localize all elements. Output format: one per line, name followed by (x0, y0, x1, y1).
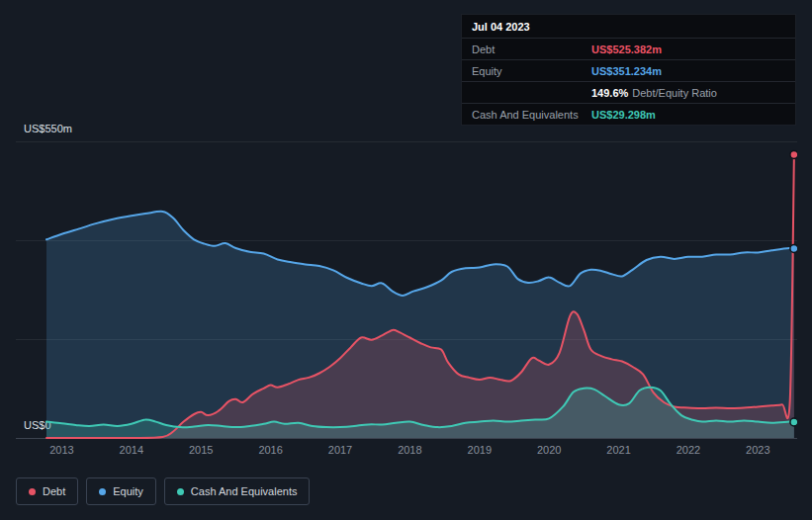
tooltip-ratio-value: 149.6%Debt/Equity Ratio (591, 87, 717, 99)
tooltip-equity-value: US$351.234m (591, 65, 662, 77)
cash-dot-icon (177, 488, 184, 495)
x-tick-label-2023: 2023 (746, 444, 769, 456)
x-tick-label-2020: 2020 (537, 444, 561, 456)
tooltip-equity-label: Equity (472, 65, 591, 77)
tooltip-cash-value: US$29.298m (591, 109, 656, 121)
tooltip-equity-row: Equity US$351.234m (462, 59, 795, 81)
tooltip-debt-value: US$525.382m (591, 43, 662, 55)
x-tick-label-2016: 2016 (258, 444, 282, 456)
legend-label-cash: Cash And Equivalents (191, 485, 298, 497)
x-tick-label-2013: 2013 (49, 444, 73, 456)
tooltip-debt-label: Debt (472, 43, 591, 55)
x-tick-label-2019: 2019 (468, 444, 492, 456)
y-axis-label-max: US$550m (24, 123, 72, 134)
cash-and-equivalents-endpoint-dot[interactable] (790, 418, 797, 426)
tooltip-debt-row: Debt US$525.382m (462, 38, 795, 59)
tooltip-ratio-row: 149.6%Debt/Equity Ratio (462, 81, 795, 103)
legend-item-equity[interactable]: Equity (86, 477, 156, 505)
legend-label-debt: Debt (43, 485, 65, 497)
equity-dot-icon (99, 488, 106, 495)
debt-dot-icon (29, 488, 36, 495)
chart-legend: Debt Equity Cash And Equivalents (16, 477, 310, 505)
legend-item-debt[interactable]: Debt (16, 477, 78, 505)
tooltip-cash-row: Cash And Equivalents US$29.298m (462, 103, 795, 125)
x-tick-label-2015: 2015 (189, 444, 213, 456)
x-tick-label-2014: 2014 (120, 444, 143, 456)
tooltip-date-text: Jul 04 2023 (472, 21, 530, 33)
x-tick-label-2022: 2022 (677, 444, 700, 456)
x-tick-label-2021: 2021 (606, 444, 630, 456)
x-tick-label-2017: 2017 (328, 444, 352, 456)
tooltip-cash-label: Cash And Equivalents (472, 109, 591, 121)
ratio-label: Debt/Equity Ratio (632, 87, 717, 99)
chart-tooltip: Jul 04 2023 Debt US$525.382m Equity US$3… (461, 14, 796, 126)
x-axis: 2013201420152016201720182019202020212022… (0, 444, 812, 460)
debt-equity-area-chart[interactable] (16, 141, 797, 446)
legend-item-cash[interactable]: Cash And Equivalents (164, 477, 311, 505)
equity-endpoint-dot[interactable] (790, 244, 797, 252)
tooltip-date: Jul 04 2023 (462, 15, 795, 38)
debt-endpoint-dot[interactable] (790, 150, 797, 158)
ratio-percent: 149.6% (591, 87, 628, 99)
x-tick-label-2018: 2018 (398, 444, 421, 456)
legend-label-equity: Equity (113, 485, 143, 497)
